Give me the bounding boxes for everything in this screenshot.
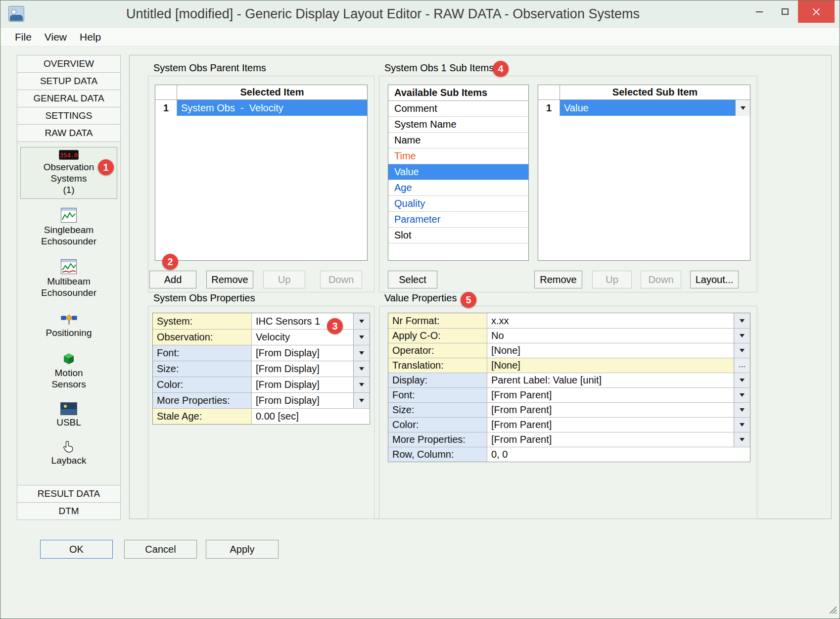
size-value[interactable]: [From Parent] — [487, 403, 734, 417]
menu-help[interactable]: Help — [73, 28, 107, 47]
sidebar-button-raw-data[interactable]: RAW DATA — [17, 124, 121, 142]
group-value-properties: Value Properties Nr Format: x.xx Apply C… — [379, 306, 757, 519]
ok-button[interactable]: OK — [40, 540, 113, 559]
sidebar-item-label: Sensors — [21, 379, 117, 390]
dialog-window: Untitled [modified] - Generic Display La… — [0, 0, 840, 619]
table-header-row: Selected Item — [155, 85, 367, 100]
table-row[interactable]: 1 System Obs - Velocity — [155, 100, 367, 116]
menu-bar: File View Help — [0, 28, 840, 47]
list-item-time[interactable]: Time — [388, 148, 528, 164]
sidebar-item-layback[interactable]: Layback — [20, 437, 117, 470]
list-item-age[interactable]: Age — [388, 180, 528, 196]
dropdown-arrow-icon[interactable] — [734, 432, 750, 447]
sidebar-item-positioning[interactable]: Positioning — [20, 308, 117, 342]
down-sub-item-button[interactable]: Down — [641, 271, 681, 288]
dropdown-arrow-icon[interactable] — [353, 393, 370, 408]
list-item-name[interactable]: Name — [388, 133, 528, 148]
remove-sub-item-button[interactable]: Remove — [534, 271, 582, 288]
parent-items-table[interactable]: Selected Item 1 System Obs - Velocity — [155, 85, 368, 261]
sidebar-button-dtm[interactable]: DTM — [17, 502, 121, 520]
dropdown-arrow-icon[interactable] — [734, 329, 750, 343]
annotation-badge-3: 3 — [327, 318, 343, 334]
app-icon — [8, 6, 24, 22]
dropdown-arrow-icon[interactable] — [734, 373, 750, 387]
ellipsis-button[interactable]: ... — [734, 358, 750, 373]
list-item-quality[interactable]: Quality — [388, 196, 528, 212]
dropdown-arrow-icon[interactable] — [734, 388, 750, 402]
property-label: Apply C-O: — [388, 329, 487, 343]
list-header: Available Sub Items — [388, 85, 528, 101]
title-bar[interactable]: Untitled [modified] - Generic Display La… — [0, 0, 840, 28]
maximize-button[interactable] — [772, 0, 798, 23]
property-row: Display: Parent Label: Value [unit] — [388, 373, 750, 387]
sidebar-item-motion-sensors[interactable]: Motion Sensors — [20, 348, 117, 393]
dropdown-arrow-icon[interactable] — [353, 361, 370, 377]
dropdown-arrow-icon[interactable] — [735, 100, 750, 116]
add-button[interactable]: Add — [149, 271, 196, 288]
sidebar-item-usbl[interactable]: USBL — [20, 399, 117, 431]
dropdown-arrow-icon[interactable] — [353, 345, 370, 361]
down-button[interactable]: Down — [320, 271, 362, 288]
annotation-badge-5: 5 — [461, 292, 476, 308]
dropdown-arrow-icon[interactable] — [353, 330, 370, 345]
size-value[interactable]: [From Display] — [252, 361, 353, 377]
stale-age-value[interactable]: 0.00 [sec] — [252, 409, 370, 424]
cancel-button[interactable]: Cancel — [124, 540, 197, 559]
dropdown-arrow-icon[interactable] — [734, 343, 750, 358]
list-item-slot[interactable]: Slot — [388, 228, 528, 243]
property-label: Font: — [153, 345, 252, 361]
resize-grip[interactable] — [827, 604, 838, 617]
more-properties-value[interactable]: [From Display] — [252, 393, 353, 408]
layout-button[interactable]: Layout... — [690, 271, 739, 288]
up-button[interactable]: Up — [263, 271, 305, 288]
font-value[interactable]: [From Display] — [252, 345, 353, 361]
table-row[interactable]: 1 Value — [538, 100, 750, 116]
sidebar-button-settings[interactable]: SETTINGS — [17, 107, 121, 125]
remove-button[interactable]: Remove — [206, 271, 253, 288]
apply-co-value[interactable]: No — [487, 329, 734, 343]
list-item-system-name[interactable]: System Name — [388, 117, 528, 133]
selected-sub-item-value[interactable]: Value — [560, 100, 735, 116]
sidebar-item-label: Positioning — [21, 327, 117, 338]
color-value[interactable]: [From Parent] — [487, 418, 734, 432]
property-row: Size: [From Parent] — [388, 402, 750, 417]
translation-value[interactable]: [None] — [487, 358, 734, 373]
list-item-value[interactable]: Value — [388, 164, 528, 180]
more-properties-value[interactable]: [From Parent] — [487, 432, 734, 447]
sidebar-button-setup-data[interactable]: SETUP DATA — [17, 72, 121, 90]
dropdown-arrow-icon[interactable] — [353, 313, 370, 329]
sidebar-item-multibeam-echosounder[interactable]: Multibeam Echosounder — [20, 256, 117, 302]
satellite-icon — [21, 311, 117, 326]
color-value[interactable]: [From Display] — [252, 377, 353, 392]
select-button[interactable]: Select — [388, 271, 437, 288]
svg-text:354.0: 354.0 — [60, 152, 78, 159]
row-column-value[interactable]: 0, 0 — [487, 447, 750, 462]
list-item-comment[interactable]: Comment — [388, 101, 528, 117]
operator-value[interactable]: [None] — [487, 343, 734, 358]
font-value[interactable]: [From Parent] — [487, 388, 734, 402]
table-header-row: Selected Sub Item — [538, 85, 750, 100]
sidebar-item-singlebeam-echosounder[interactable]: Singlebeam Echosounder — [20, 205, 117, 250]
display-value[interactable]: Parent Label: Value [unit] — [487, 373, 734, 387]
close-button[interactable] — [798, 0, 835, 23]
apply-button[interactable]: Apply — [206, 540, 279, 559]
dropdown-arrow-icon[interactable] — [734, 403, 750, 417]
dropdown-arrow-icon[interactable] — [353, 377, 370, 392]
dropdown-arrow-icon[interactable] — [734, 418, 750, 432]
menu-view[interactable]: View — [38, 28, 73, 47]
sidebar-button-result-data[interactable]: RESULT DATA — [17, 485, 121, 503]
property-label: Size: — [388, 403, 487, 417]
menu-file[interactable]: File — [8, 28, 38, 47]
available-sub-items-list[interactable]: Available Sub Items Comment System Name … — [388, 85, 529, 261]
sidebar-item-label: Singlebeam — [21, 224, 117, 236]
selected-parent-item[interactable]: System Obs - Velocity — [177, 100, 367, 116]
up-sub-item-button[interactable]: Up — [592, 271, 632, 288]
selected-sub-item-table[interactable]: Selected Sub Item 1 Value — [538, 85, 750, 261]
nr-format-value[interactable]: x.xx — [487, 313, 734, 328]
dropdown-arrow-icon[interactable] — [734, 313, 750, 328]
list-item-parameter[interactable]: Parameter — [388, 212, 528, 228]
column-header: Selected Sub Item — [560, 85, 750, 99]
minimize-button[interactable] — [747, 0, 772, 23]
sidebar-button-overview[interactable]: OVERVIEW — [17, 55, 121, 73]
sidebar-button-general-data[interactable]: GENERAL DATA — [17, 90, 121, 107]
